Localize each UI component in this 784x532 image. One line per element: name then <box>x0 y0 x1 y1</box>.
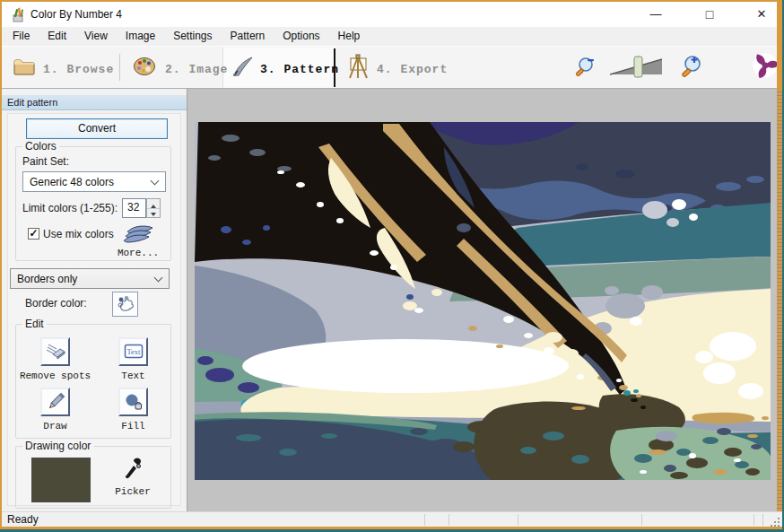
chevron-down-icon <box>151 178 159 186</box>
pencil-icon <box>45 391 66 413</box>
picker-label: Picker <box>106 486 160 497</box>
menu-bar: File Edit View Image Settings Pattern Op… <box>2 27 782 46</box>
drawing-color-title: Drawing color <box>22 440 93 452</box>
title-bar: Color By Number 4 — □ ✕ <box>2 2 782 27</box>
zoom-slider[interactable] <box>608 56 666 82</box>
close-button[interactable]: ✕ <box>746 2 777 27</box>
edit-pattern-panel: Edit pattern Convert Colors Paint Set: G… <box>2 89 187 511</box>
stepper-down-button[interactable] <box>147 209 160 218</box>
borders-mode-value: Borders only <box>17 273 77 285</box>
more-label: More... <box>109 248 167 258</box>
maximize-button[interactable]: □ <box>694 2 725 27</box>
paint-set-value: Generic 48 colors <box>30 176 114 188</box>
remove-spots-label: Remove spots <box>16 371 94 381</box>
limit-colors-input[interactable]: 32 <box>122 198 146 218</box>
drawing-color-swatch[interactable] <box>31 458 91 502</box>
limit-colors-label: Limit colors (1-255): <box>22 202 118 214</box>
edit-group: Edit Remove spots Text Text <box>15 324 171 439</box>
status-text: Ready <box>7 513 39 526</box>
limit-colors-stepper <box>146 198 161 218</box>
menu-view[interactable]: View <box>75 27 117 46</box>
resize-grip[interactable] <box>770 515 780 526</box>
convert-button[interactable]: Convert <box>26 118 168 139</box>
pinwheel-logo <box>752 52 779 83</box>
fill-tool-button[interactable] <box>118 388 148 416</box>
main-area: Edit pattern Convert Colors Paint Set: G… <box>2 89 777 511</box>
step-export[interactable]: 4. Export <box>377 60 448 76</box>
step-pattern-label: 3. Pattern <box>260 63 339 76</box>
remove-spots-button[interactable] <box>40 337 70 366</box>
quill-icon <box>230 56 255 83</box>
easel-icon <box>344 54 371 83</box>
window-border-left <box>0 0 2 532</box>
menu-settings[interactable]: Settings <box>164 27 221 46</box>
toolbar-separator <box>119 54 120 81</box>
chevron-down-icon <box>154 275 162 283</box>
menu-pattern[interactable]: Pattern <box>222 27 274 46</box>
eraser-icon <box>45 341 66 362</box>
text-icon: Text <box>123 341 144 362</box>
statusbar-separator <box>754 514 754 526</box>
svg-text:Text: Text <box>126 347 141 356</box>
menu-options[interactable]: Options <box>274 27 328 46</box>
drawing-color-group: Drawing color Picker <box>15 446 171 509</box>
text-tool-button[interactable]: Text <box>118 337 148 366</box>
status-bar: Ready <box>2 511 782 527</box>
paint-set-select[interactable]: Generic 48 colors <box>22 171 166 192</box>
statusbar-separator <box>762 514 763 526</box>
step-browse-label: 1. Browse <box>43 63 114 76</box>
statusbar-separator <box>641 514 642 526</box>
menu-file[interactable]: File <box>4 27 39 46</box>
text-tool-label: Text <box>94 371 172 381</box>
colors-group: Colors Paint Set: Generic 48 colors Limi… <box>15 146 171 261</box>
step-browse[interactable]: 1. Browse <box>43 60 114 76</box>
active-step-divider <box>334 48 335 87</box>
window-border-top <box>0 0 784 2</box>
statusbar-separator <box>424 514 425 526</box>
edit-group-title: Edit <box>22 318 47 330</box>
step-image[interactable]: 2. Image <box>165 60 228 76</box>
zoom-out-button[interactable] <box>574 55 597 83</box>
borders-mode-select[interactable]: Borders only <box>10 268 170 289</box>
use-mix-colors-checkbox[interactable]: ✓ <box>28 228 39 240</box>
menu-help[interactable]: Help <box>329 27 370 46</box>
picker-button[interactable] <box>122 454 142 484</box>
step-export-label: 4. Export <box>377 63 448 76</box>
menu-image[interactable]: Image <box>117 27 164 46</box>
palette-icon <box>133 56 157 81</box>
use-mix-colors-label: Use mix colors <box>43 228 114 240</box>
step-pattern[interactable]: 3. Pattern <box>260 60 339 76</box>
canvas-area <box>187 89 779 511</box>
statusbar-separator <box>518 514 518 526</box>
pattern-image[interactable] <box>195 122 771 480</box>
eyedropper-icon <box>122 454 142 481</box>
border-color-button[interactable] <box>112 292 138 317</box>
window-title: Color By Number 4 <box>30 8 122 21</box>
stepper-up-button[interactable] <box>147 199 160 209</box>
bird-pattern-icon <box>116 294 135 314</box>
app-window: Color By Number 4 — □ ✕ File Edit View I… <box>0 0 784 532</box>
minimize-button[interactable]: — <box>640 2 671 27</box>
step-image-label: 2. Image <box>165 63 228 76</box>
draw-tool-button[interactable] <box>40 388 70 416</box>
fill-bucket-icon <box>123 391 144 413</box>
paint-stack-icon <box>120 222 158 248</box>
toolbar: 1. Browse 2. Image 3. Pattern 4. Export <box>2 46 782 89</box>
draw-tool-label: Draw <box>16 421 94 432</box>
zoom-in-button[interactable] <box>680 53 705 83</box>
gray-patch <box>656 431 677 441</box>
fill-tool-label: Fill <box>94 421 172 432</box>
colors-group-title: Colors <box>22 140 59 153</box>
panel-header: Edit pattern <box>2 95 187 110</box>
menu-edit[interactable]: Edit <box>39 27 75 46</box>
app-icon <box>10 7 26 27</box>
paint-set-label: Paint Set: <box>22 155 69 168</box>
folder-icon <box>13 56 36 81</box>
statusbar-separator <box>449 514 449 526</box>
border-color-label: Border color: <box>25 297 87 310</box>
